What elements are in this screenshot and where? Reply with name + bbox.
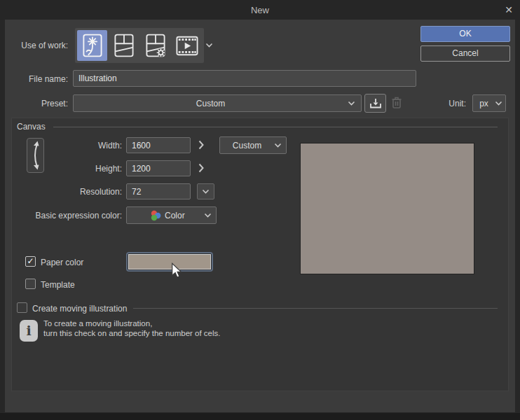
close-icon[interactable]: ✕	[500, 2, 517, 18]
bottom-edge-strip	[0, 413, 520, 420]
resolution-input[interactable]	[126, 183, 191, 200]
file-name-input[interactable]	[73, 70, 416, 87]
unit-dropdown[interactable]: px	[472, 94, 506, 112]
expression-color-dropdown[interactable]: Color	[126, 206, 217, 224]
preset-label: Preset:	[4, 99, 68, 108]
paper-color-swatch-fill	[128, 254, 211, 270]
width-expand-chevron-right-icon[interactable]	[198, 140, 205, 150]
expression-color-label: Basic expression color:	[7, 211, 122, 220]
tool-comic-settings-button[interactable]	[140, 30, 170, 61]
comic-page-gear-icon	[146, 34, 165, 57]
paper-color-checkbox[interactable]: ✓	[25, 256, 36, 267]
preset-value: Custom	[74, 99, 348, 108]
canvas-section-divider	[53, 127, 498, 127]
info-icon: i	[20, 320, 38, 342]
tool-animation-button[interactable]	[172, 30, 202, 61]
info-text-line2: turn this check on and specify the numbe…	[43, 329, 221, 337]
resolution-label: Resolution:	[7, 187, 122, 197]
width-label: Width:	[7, 141, 122, 150]
file-name-label: File name:	[4, 74, 68, 84]
chevron-down-icon	[274, 143, 282, 148]
canvas-section-label: Canvas	[17, 122, 46, 132]
chevron-down-icon	[202, 189, 210, 194]
height-input[interactable]	[126, 160, 191, 176]
width-input[interactable]	[126, 137, 191, 153]
comic-page-icon	[114, 34, 134, 57]
create-moving-illustration-label: Create moving illustration	[32, 304, 127, 314]
tool-illustration-button[interactable]	[77, 30, 107, 61]
expression-color-value: Color	[165, 211, 185, 220]
create-moving-illustration-checkbox[interactable]	[17, 302, 27, 313]
cancel-button[interactable]: Cancel	[420, 46, 510, 62]
info-text-line1: To create a moving illustration,	[43, 319, 152, 328]
size-preset-dropdown[interactable]: Custom	[219, 136, 287, 154]
chevron-down-icon	[204, 213, 212, 218]
size-preset-value: Custom	[220, 141, 274, 150]
mouse-cursor-icon	[171, 262, 183, 279]
chevron-down-icon	[495, 101, 502, 106]
delete-preset-trash-icon	[390, 95, 403, 110]
rgb-circles-icon	[150, 210, 161, 221]
unit-label: Unit:	[433, 99, 466, 108]
template-label: Template	[41, 280, 75, 290]
preset-dropdown[interactable]: Custom	[73, 94, 362, 112]
use-of-work-toolbar	[75, 28, 204, 63]
use-of-work-expand-chevron-down-icon[interactable]	[205, 43, 213, 48]
checkmark-icon: ✓	[27, 256, 34, 266]
tool-comic-button[interactable]	[109, 30, 139, 61]
height-expand-chevron-right-icon[interactable]	[198, 163, 205, 173]
save-preset-tray-icon	[369, 97, 383, 110]
dialog-title: New	[0, 5, 520, 15]
paper-color-swatch[interactable]	[126, 252, 213, 272]
chevron-down-icon	[348, 101, 355, 106]
ok-button[interactable]: OK	[420, 26, 510, 42]
illustration-page-flower-icon	[83, 34, 102, 57]
use-of-work-label: Use of work:	[4, 41, 68, 50]
save-preset-button[interactable]	[364, 94, 386, 113]
new-dialog-window: New ✕ Use of work:	[0, 0, 520, 420]
unit-value: px	[473, 99, 495, 108]
template-checkbox[interactable]	[25, 279, 36, 289]
title-bar: New ✕	[0, 0, 520, 20]
animation-filmstrip-icon	[176, 36, 198, 56]
paper-color-label: Paper color	[41, 258, 83, 267]
height-label: Height:	[7, 164, 122, 174]
moving-illustration-divider	[133, 308, 498, 309]
resolution-dropdown-button[interactable]	[197, 183, 214, 200]
canvas-preview	[300, 143, 474, 274]
